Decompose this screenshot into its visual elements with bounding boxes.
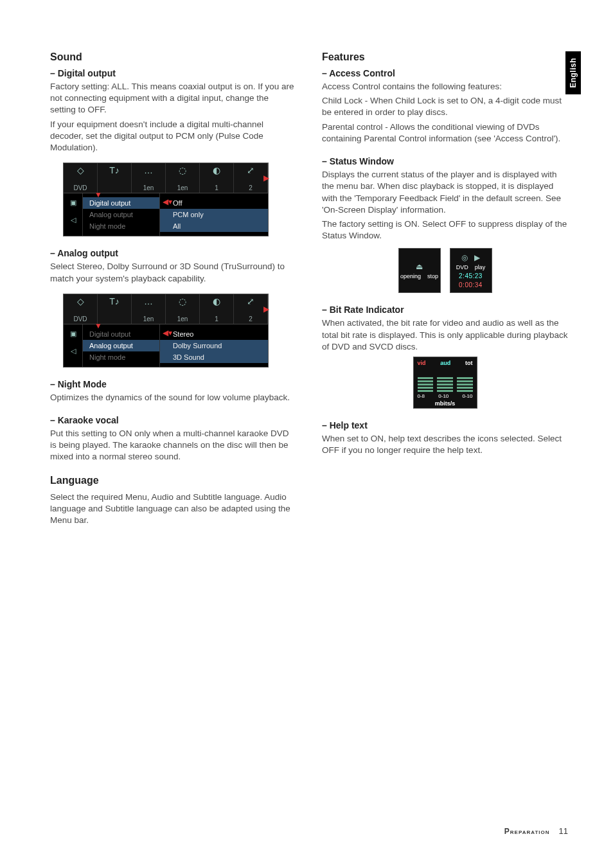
body-text: Select the required Menu, Audio and Subt…	[50, 492, 296, 527]
bitrate-col-header: vid	[418, 360, 426, 366]
osd-menu-item: Night mode	[83, 220, 159, 232]
body-text: If your equipment doesn't include a digi…	[50, 119, 296, 154]
status-window-images: ⏏ opening stop ◎ ▶ DVD play 2:45:2	[322, 248, 568, 293]
audio-icon: ◌	[179, 166, 186, 175]
play-icon: ▶	[474, 253, 480, 262]
bitrate-unit: mbits/s	[418, 400, 473, 407]
osd-tab-label: 1	[215, 315, 218, 323]
status-text: stop	[427, 273, 438, 279]
body-text: Factory setting: ALL. This means coaxial…	[50, 81, 296, 116]
osd-option: Off	[160, 197, 268, 209]
body-text: Child Lock - When Child Lock is set to O…	[322, 95, 568, 118]
status-mini-right: ◎ ▶ DVD play 2:45:23 0:00:34	[450, 248, 492, 293]
setup-icon: T♪	[109, 166, 120, 175]
subtitle-icon: …	[144, 166, 153, 175]
body-text: Parental control - Allows the conditiona…	[322, 121, 568, 145]
sound-icon: ◁	[71, 216, 76, 224]
body-text: Access Control contains the following fe…	[322, 81, 568, 93]
osd-menu-item: Analog output	[83, 340, 159, 351]
osd-option: 3D Sound	[160, 351, 268, 363]
dvd-icon: ◇	[77, 297, 84, 306]
dvd-icon: ◇	[77, 166, 84, 175]
subheading-digital-output: Digital output	[50, 68, 296, 78]
bitrate-range: 0-8	[418, 393, 425, 399]
picture-icon: ▣	[70, 330, 76, 338]
left-column: Sound Digital output Factory setting: AL…	[50, 51, 296, 529]
osd-tab-label: DVD	[73, 184, 87, 191]
osd-tab-label: 2	[249, 184, 253, 191]
zoom-icon: ⤢	[247, 297, 254, 306]
heading-language: Language	[50, 475, 296, 486]
osd-digital-output: ◇DVD T♪ …1en ◌1en ◐1 ⤢2 ▼ ▶ ▣ ◁ Digital …	[63, 163, 269, 236]
section-analog-output: Analog output Select Stereo, Dolby Surro…	[50, 248, 296, 367]
section-night-mode: Night Mode Optimizes the dynamics of the…	[50, 379, 296, 403]
body-text: When activated, the bit rate for video a…	[322, 317, 568, 353]
osd-option: All	[160, 220, 268, 232]
bitrate-col-header: aud	[440, 360, 450, 366]
section-status-window: Status Window Displays the current statu…	[322, 156, 568, 293]
body-text: When set to ON, help text describes the …	[322, 433, 568, 456]
cursor-icon: ◀▾	[163, 197, 172, 206]
osd-option: Stereo	[160, 328, 268, 340]
body-text: Optimizes the dynamics of the sound for …	[50, 392, 296, 403]
section-bit-rate-indicator: Bit Rate Indicator When activated, the b…	[322, 305, 568, 409]
bitrate-range: 0-10	[438, 393, 449, 399]
bitrate-range: 0-10	[462, 393, 472, 399]
osd-tab-label: 1	[215, 184, 218, 191]
section-karaoke-vocal: Karaoke vocal Put this setting to ON onl…	[50, 415, 296, 463]
osd-analog-output: ◇DVD T♪ …1en ◌1en ◐1 ⤢2 ▼ ▶ ▣ ◁ Digital …	[63, 294, 269, 368]
tray-icon: ⏏	[416, 262, 423, 271]
sound-icon: ◁	[71, 347, 76, 355]
page-content: Sound Digital output Factory setting: AL…	[0, 0, 613, 529]
angle-icon: ◐	[213, 297, 220, 306]
angle-icon: ◐	[213, 166, 220, 175]
body-text: Put this setting to ON only when a multi…	[50, 428, 296, 463]
zoom-icon: ⤢	[247, 166, 254, 175]
osd-tab-label: DVD	[73, 315, 87, 323]
language-tab: English	[565, 51, 581, 94]
arrow-down-icon: ▼	[94, 321, 102, 330]
status-time-remaining: 0:00:34	[459, 281, 483, 288]
osd-tab-label: 1en	[177, 315, 188, 323]
subheading-access-control: Access Control	[322, 68, 568, 78]
section-help-text: Help text When set to ON, help text desc…	[322, 420, 568, 456]
status-time-elapsed: 2:45:23	[459, 272, 483, 279]
subheading-status-window: Status Window	[322, 156, 568, 166]
section-access-control: Access Control Access Control contains t…	[322, 68, 568, 145]
subheading-night-mode: Night Mode	[50, 379, 296, 389]
arrow-right-icon: ▶	[263, 173, 269, 182]
picture-icon: ▣	[70, 199, 76, 207]
arrow-right-icon: ▶	[263, 305, 269, 314]
status-text: opening	[400, 273, 421, 279]
body-text: The factory setting is ON. Select OFF to…	[322, 218, 568, 242]
osd-option: PCM only	[160, 209, 268, 220]
subheading-analog-output: Analog output	[50, 248, 296, 258]
arrow-down-icon: ▼	[94, 190, 102, 199]
osd-option: Dolby Surround	[160, 340, 268, 351]
heading-features: Features	[322, 51, 568, 63]
right-column: Features Access Control Access Control c…	[322, 51, 568, 529]
bitrate-col-header: tot	[465, 360, 473, 366]
audio-icon: ◌	[179, 297, 186, 306]
bitrate-indicator-image: vid aud tot 0-8 0-10 0-10 mbits/s	[413, 357, 477, 409]
osd-menu-item: Night mode	[83, 351, 159, 363]
osd-tab-label: 1en	[143, 315, 154, 323]
status-text: DVD	[456, 264, 468, 270]
subheading-help-text: Help text	[322, 420, 568, 430]
cursor-icon: ◀▾	[163, 328, 172, 337]
osd-tab-label: 1en	[177, 184, 188, 191]
osd-menu-item: Analog output	[83, 209, 159, 220]
setup-icon: T♪	[109, 297, 120, 306]
subheading-bit-rate-indicator: Bit Rate Indicator	[322, 305, 568, 315]
footer-section-label: Preparation	[504, 827, 550, 836]
status-text: play	[475, 264, 486, 270]
subtitle-icon: …	[144, 297, 153, 306]
body-text: Displays the current status of the playe…	[322, 169, 568, 216]
osd-tab-label: 1en	[143, 184, 154, 191]
section-digital-output: Digital output Factory setting: ALL. Thi…	[50, 68, 296, 236]
status-mini-left: ⏏ opening stop	[398, 248, 441, 293]
subheading-karaoke-vocal: Karaoke vocal	[50, 415, 296, 425]
heading-sound: Sound	[50, 51, 296, 63]
page-footer: Preparation 11	[504, 826, 568, 836]
osd-tab-label: 2	[249, 315, 253, 323]
